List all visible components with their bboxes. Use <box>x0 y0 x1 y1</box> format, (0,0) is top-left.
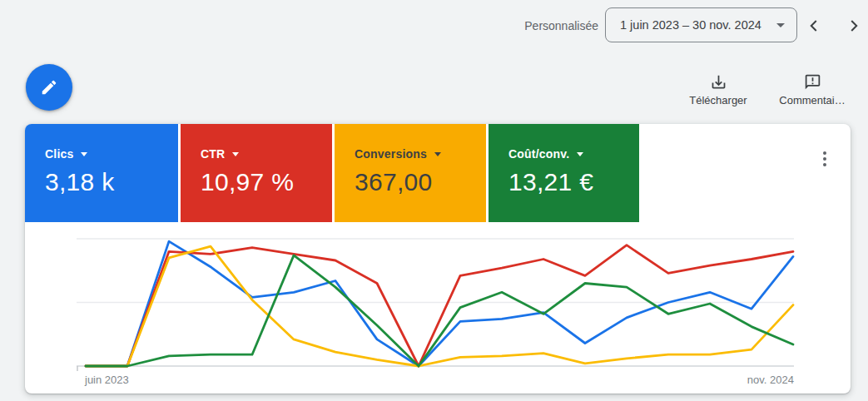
metric-card-cout-conv[interactable]: Coût/conv. 13,21 € <box>489 124 639 222</box>
caret-down-icon[interactable] <box>81 152 87 156</box>
metric-label: Clics <box>45 147 73 161</box>
metric-cards: Clics 3,18 k CTR 10,97 % Conversions 367… <box>25 124 639 222</box>
metric-value: 3,18 k <box>45 168 178 196</box>
metric-label: CTR <box>201 147 225 161</box>
metric-value: 367,00 <box>355 168 486 196</box>
metric-card-ctr[interactable]: CTR 10,97 % <box>181 124 332 222</box>
comment-button[interactable]: Commentai… <box>777 73 847 106</box>
metric-value: 13,21 € <box>508 168 639 196</box>
chevron-left-icon <box>805 17 823 35</box>
performance-chart[interactable] <box>77 237 796 372</box>
comment-label: Commentai… <box>779 94 845 106</box>
pencil-icon <box>40 78 58 97</box>
previous-period-button[interactable] <box>804 16 824 36</box>
x-axis-end-label: nov. 2024 <box>747 374 794 386</box>
metric-label: Conversions <box>355 147 427 161</box>
download-button[interactable]: Télécharger <box>687 73 749 106</box>
next-period-button[interactable] <box>844 16 864 36</box>
metric-card-clics[interactable]: Clics 3,18 k <box>25 124 178 222</box>
chart-line-ctr <box>86 245 793 366</box>
download-label: Télécharger <box>689 94 746 106</box>
chart-line-cout_conv <box>86 255 793 366</box>
caret-down-icon[interactable] <box>434 152 441 156</box>
date-mode-label: Personnalisée <box>524 19 598 32</box>
dropdown-caret-icon <box>776 23 785 27</box>
download-icon <box>710 73 727 91</box>
overflow-menu-icon[interactable] <box>814 146 836 171</box>
metric-label: Coût/conv. <box>508 147 569 161</box>
edit-fab-button[interactable] <box>26 64 72 111</box>
x-axis-start-label: juin 2023 <box>85 374 129 386</box>
google-ads-overview: Personnalisée 1 juin 2023 – 30 nov. 2024… <box>0 0 868 401</box>
date-range-value: 1 juin 2023 – 30 nov. 2024 <box>620 18 776 32</box>
feedback-icon <box>804 73 821 91</box>
metric-value: 10,97 % <box>201 168 332 196</box>
caret-down-icon[interactable] <box>577 152 583 156</box>
chart-line-clics <box>86 241 793 366</box>
metric-card-conversions[interactable]: Conversions 367,00 <box>335 124 486 222</box>
chevron-right-icon <box>845 17 863 35</box>
chart-line-conversions <box>86 246 793 366</box>
caret-down-icon[interactable] <box>232 152 239 156</box>
date-range-selector[interactable]: 1 juin 2023 – 30 nov. 2024 <box>605 7 797 42</box>
